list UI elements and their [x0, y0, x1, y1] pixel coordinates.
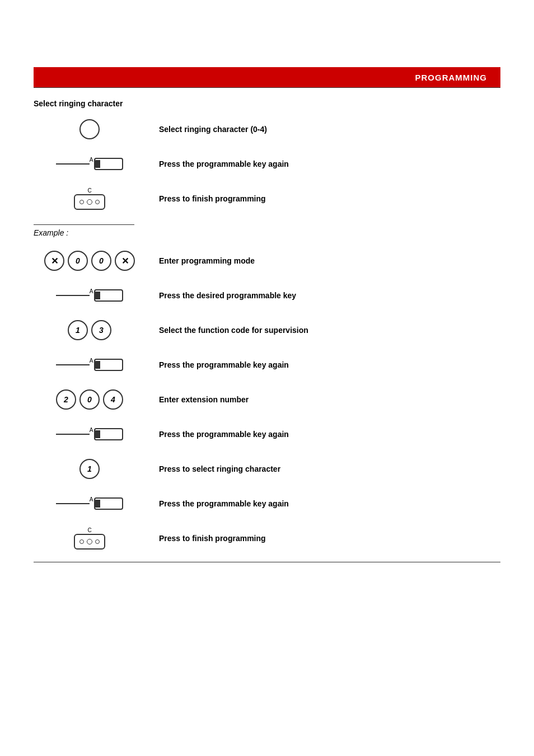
empty-circle-key — [79, 119, 100, 139]
prog-key-tab-ex2 — [95, 292, 100, 299]
prog-key-tab-ex6 — [95, 430, 100, 438]
example-text-3: Select the function code for supervision — [159, 326, 308, 335]
example-step-8: A Press the programmable key again — [34, 491, 500, 516]
example-step-4: A Press the programmable key again — [34, 353, 500, 377]
example-step-6: A Press the programmable key again — [34, 422, 500, 447]
phone-dot-center-ex9 — [87, 539, 92, 544]
prog-key-line-ex4 — [56, 364, 90, 365]
example-text-1: Enter programming mode — [159, 256, 255, 265]
example-divider — [34, 224, 134, 225]
icon-area-ex3: 1 3 — [34, 320, 146, 340]
prog-key-tab-ex4 — [95, 361, 100, 369]
icon-area-ex4: A — [34, 359, 146, 371]
example-step-9: C Press to finish programming — [34, 526, 500, 551]
example-text-4: Press the programmable key again — [159, 360, 289, 369]
example-label: Example : — [34, 228, 500, 237]
key-star-1: ✕ — [44, 251, 64, 271]
prog-key-line — [56, 163, 90, 165]
c-label: C — [87, 187, 91, 194]
content-area: Select ringing character Select ringing … — [0, 88, 534, 551]
example-text-2: Press the desired programmable key — [159, 291, 296, 300]
icon-area-ex8: A — [34, 497, 146, 510]
header-title: PROGRAMMING — [415, 73, 488, 82]
c-phone-key: C — [74, 187, 105, 210]
example-text-7: Press to select ringing character — [159, 464, 280, 473]
step-row-2: A Press the programmable key again — [34, 152, 500, 176]
multi-keys-ex3: 1 3 — [68, 320, 111, 340]
example-text-6: Press the programmable key again — [159, 430, 289, 439]
c-phone-key-ex9: C — [74, 527, 105, 550]
prog-key-body-ex4 — [94, 359, 123, 371]
key-1-b: 1 — [79, 459, 100, 479]
bottom-divider — [34, 562, 500, 562]
step-text-3: Press to finish programming — [159, 194, 266, 203]
prog-key-ex4: A — [56, 359, 124, 371]
icon-area-ex2: A — [34, 289, 146, 302]
page: PROGRAMMING Select ringing character Sel… — [0, 67, 534, 756]
prog-key-body — [94, 158, 123, 170]
prog-key-label-ex4: A — [90, 358, 93, 364]
prog-key-body-ex6 — [94, 428, 123, 440]
icon-area-2: A — [34, 158, 146, 170]
key-3: 3 — [91, 320, 111, 340]
example-step-1: ✕ 0 0 ✕ Enter programming mode — [34, 248, 500, 273]
prog-key-label: A — [90, 157, 93, 163]
step-row: Select ringing character (0-4) — [34, 117, 500, 142]
phone-icon-ex9 — [74, 534, 105, 550]
example-step-2: A Press the desired programmable key — [34, 283, 500, 308]
example-text-9: Press to finish programming — [159, 534, 266, 543]
prog-key-ex6: A — [56, 428, 124, 440]
step-text-1: Select ringing character (0-4) — [159, 125, 267, 134]
icon-area-ex5: 2 0 4 — [34, 389, 146, 410]
example-step-5: 2 0 4 Enter extension number — [34, 387, 500, 412]
key-1: 1 — [68, 320, 88, 340]
example-step-7: 1 Press to select ringing character — [34, 457, 500, 481]
key-4: 4 — [103, 389, 123, 410]
section1-title: Select ringing character — [34, 99, 500, 108]
prog-key-line-ex6 — [56, 434, 90, 435]
prog-key-tab-ex8 — [95, 500, 100, 508]
prog-key-line-ex2 — [56, 295, 90, 296]
header-bar: PROGRAMMING — [34, 67, 500, 87]
icon-area-ex7: 1 — [34, 459, 146, 479]
step-row-3: C Press to finish programming — [34, 186, 500, 211]
icon-area-ex6: A — [34, 428, 146, 440]
example-text-5: Enter extension number — [159, 395, 249, 404]
prog-key-ex8: A — [56, 497, 124, 510]
example-text-8: Press the programmable key again — [159, 499, 289, 508]
prog-key-body-ex2 — [94, 289, 123, 302]
phone-icon — [74, 194, 105, 210]
key-0-3: 0 — [79, 389, 100, 410]
key-0-2: 0 — [91, 251, 111, 271]
icon-area-1 — [34, 119, 146, 139]
prog-key-label-ex6: A — [90, 427, 93, 433]
key-0-1: 0 — [68, 251, 88, 271]
c-label-ex9: C — [87, 527, 91, 533]
icon-area-ex9: C — [34, 527, 146, 550]
icon-area-ex1: ✕ 0 0 ✕ — [34, 251, 146, 271]
phone-dot-right-ex9 — [95, 539, 100, 544]
multi-keys-ex1: ✕ 0 0 ✕ — [44, 251, 135, 271]
multi-keys-ex5: 2 0 4 — [56, 389, 123, 410]
key-2: 2 — [56, 389, 76, 410]
prog-key-icon: A — [56, 158, 124, 170]
prog-key-tab — [95, 160, 100, 168]
phone-dot-center — [87, 199, 92, 205]
key-star-2: ✕ — [115, 251, 135, 271]
prog-key-label-ex2: A — [90, 288, 93, 294]
example-step-3: 1 3 Select the function code for supervi… — [34, 318, 500, 342]
phone-dot-left — [79, 200, 84, 204]
multi-keys-ex7: 1 — [79, 459, 100, 479]
prog-key-ex2: A — [56, 289, 124, 302]
phone-dot-right — [95, 200, 100, 204]
prog-key-line-ex8 — [56, 503, 90, 504]
phone-dot-left-ex9 — [79, 539, 84, 544]
prog-key-body-ex8 — [94, 497, 123, 510]
prog-key-label-ex8: A — [90, 496, 93, 503]
icon-area-3: C — [34, 187, 146, 210]
step-text-2: Press the programmable key again — [159, 159, 289, 168]
